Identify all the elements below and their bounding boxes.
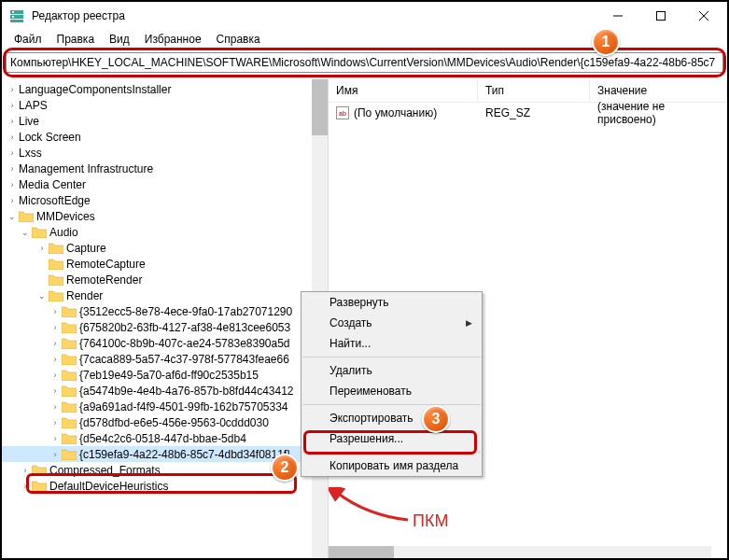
expand-icon[interactable]: › xyxy=(49,305,62,318)
tree-item-mmdevices[interactable]: ⌄MMDevices xyxy=(2,208,328,224)
folder-icon xyxy=(32,226,47,238)
ctx-separator xyxy=(302,404,481,405)
tree-item[interactable]: ›{d578dfbd-e6e5-456e-9563-0cddd030 xyxy=(2,414,328,430)
ctx-new[interactable]: Создать▶ xyxy=(301,313,482,333)
tree-item[interactable]: ›Capture xyxy=(2,240,328,256)
values-scrollbar-h[interactable] xyxy=(329,546,711,560)
ctx-find[interactable]: Найти... xyxy=(301,333,482,354)
tree-item[interactable]: ›Management Infrastructure xyxy=(2,161,328,176)
value-type: REG_SZ xyxy=(478,105,590,120)
folder-icon xyxy=(62,432,77,444)
collapse-icon[interactable]: ⌄ xyxy=(35,289,49,302)
menu-view[interactable]: Вид xyxy=(103,31,136,48)
ctx-separator xyxy=(302,357,481,357)
maximize-button[interactable] xyxy=(639,2,682,30)
submenu-arrow-icon: ▶ xyxy=(466,318,472,328)
registry-tree: ›LanguageComponentsInstaller ›LAPS ›Live… xyxy=(2,79,328,496)
addressbar-input[interactable] xyxy=(6,52,723,73)
tree-item[interactable]: ›MicrosoftEdge xyxy=(2,192,328,208)
expand-icon[interactable]: › xyxy=(6,115,19,128)
expand-icon[interactable]: › xyxy=(6,178,19,191)
tree-item[interactable]: ›Live xyxy=(2,113,328,129)
menu-favorites[interactable]: Избранное xyxy=(138,31,208,48)
expand-icon[interactable]: › xyxy=(49,353,62,366)
tree-item[interactable]: ›{7eb19e49-5a70-af6d-ff90c2535b15 xyxy=(2,367,328,383)
close-button[interactable] xyxy=(682,2,725,30)
folder-icon xyxy=(62,416,77,428)
addressbar-container xyxy=(6,50,723,76)
folder-icon xyxy=(62,305,77,317)
context-menu: Развернуть Создать▶ Найти... Удалить Пер… xyxy=(301,291,483,477)
ctx-delete[interactable]: Удалить xyxy=(301,360,482,381)
folder-icon xyxy=(62,321,77,333)
menu-help[interactable]: Справка xyxy=(210,31,267,48)
value-row[interactable]: ab(По умолчанию) REG_SZ (значение не при… xyxy=(329,103,727,121)
ctx-expand[interactable]: Развернуть xyxy=(301,292,482,313)
folder-icon xyxy=(62,400,77,413)
expand-icon[interactable]: › xyxy=(49,400,62,413)
annotation-badge-2: 2 xyxy=(271,454,299,482)
expand-icon[interactable]: › xyxy=(19,464,32,477)
scrollbar-thumb[interactable] xyxy=(312,79,328,135)
menu-edit[interactable]: Правка xyxy=(50,31,102,48)
tree-item-render[interactable]: ⌄Render xyxy=(2,287,328,303)
tree-item[interactable]: ›{d5e4c2c6-0518-447d-bbae-5db4 xyxy=(2,430,328,446)
folder-icon xyxy=(32,464,47,476)
tree-item[interactable]: ›Lxss xyxy=(2,145,328,161)
menu-file[interactable]: Файл xyxy=(7,31,49,48)
collapse-icon[interactable]: ⌄ xyxy=(19,226,32,239)
expand-icon[interactable]: › xyxy=(6,147,19,160)
scrollbar-thumb[interactable] xyxy=(329,546,394,560)
expand-icon[interactable]: › xyxy=(49,321,62,334)
expand-icon[interactable]: › xyxy=(6,99,19,112)
expand-icon[interactable]: › xyxy=(35,242,49,255)
expand-icon[interactable]: › xyxy=(49,385,62,398)
folder-icon xyxy=(62,369,77,381)
tree-item[interactable]: ›LanguageComponentsInstaller xyxy=(2,81,328,97)
svg-rect-4 xyxy=(12,16,14,18)
folder-icon xyxy=(62,385,77,397)
minimize-button[interactable] xyxy=(596,2,639,30)
tree-item[interactable]: ›{764100c-8b9b-407c-ae24-5783e8390a5d xyxy=(2,335,328,351)
tree-item[interactable]: ›Lock Screen xyxy=(2,129,328,145)
ctx-copy-key[interactable]: Копировать имя раздела xyxy=(301,455,482,476)
tree-item[interactable]: ›{7caca889-5a57-4c37-978f-577843feae66 xyxy=(2,351,328,367)
expand-icon[interactable]: › xyxy=(6,194,19,207)
expand-icon[interactable]: › xyxy=(49,337,62,350)
collapse-icon[interactable]: ⌄ xyxy=(6,210,19,223)
tree-item[interactable]: ›{a9a691ad-f4f9-4501-99fb-162b75705334 xyxy=(2,399,328,414)
tree-item[interactable]: RemoteCapture xyxy=(2,256,328,272)
expand-icon[interactable]: › xyxy=(6,83,19,96)
tree-item[interactable]: ›Media Center xyxy=(2,176,328,192)
folder-icon xyxy=(49,242,63,254)
titlebar: Редактор реестра xyxy=(2,2,727,30)
annotation-badge-3: 3 xyxy=(422,405,450,433)
tree-item[interactable]: ›{675820b2-63fb-4127-af38-4e813cee6053 xyxy=(2,319,328,335)
window-title: Редактор реестра xyxy=(32,9,596,22)
tree-pane[interactable]: ›LanguageComponentsInstaller ›LAPS ›Live… xyxy=(2,79,329,560)
folder-icon xyxy=(62,353,77,365)
tree-item-audio[interactable]: ⌄Audio xyxy=(2,224,328,240)
expand-icon[interactable]: › xyxy=(49,369,62,382)
string-icon: ab xyxy=(336,106,349,119)
annotation-badge-1: 1 xyxy=(592,28,620,56)
svg-rect-2 xyxy=(10,20,23,22)
tree-item[interactable]: ›LAPS xyxy=(2,97,328,113)
ctx-export[interactable]: Экспортировать xyxy=(301,408,482,428)
tree-item[interactable]: RemoteRender xyxy=(2,272,328,287)
tree-item[interactable]: ›{a5474b9e-4e4b-4a76-857b-b8fd44c43412 xyxy=(2,383,328,399)
expand-icon[interactable]: › xyxy=(19,480,32,493)
ctx-permissions[interactable]: Разрешения... xyxy=(301,428,482,449)
svg-rect-6 xyxy=(657,12,666,21)
expand-icon[interactable]: › xyxy=(49,448,62,461)
folder-icon xyxy=(49,258,63,270)
col-name[interactable]: Имя xyxy=(329,79,478,102)
expand-icon[interactable]: › xyxy=(49,416,62,429)
tree-item[interactable]: ›{3512ecc5-8e78-4ece-9fa0-17ab27071290 xyxy=(2,303,328,319)
col-type[interactable]: Тип xyxy=(478,79,590,102)
ctx-rename[interactable]: Переименовать xyxy=(301,381,482,401)
folder-icon xyxy=(62,337,77,349)
expand-icon[interactable]: › xyxy=(49,432,62,445)
expand-icon[interactable]: › xyxy=(6,162,19,175)
expand-icon[interactable]: › xyxy=(6,131,19,144)
